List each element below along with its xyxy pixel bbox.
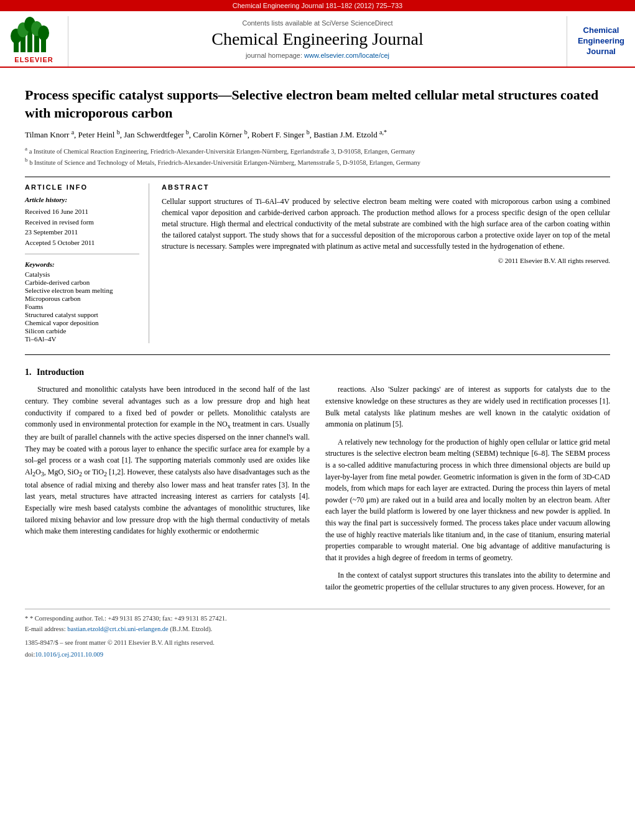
main-content-area: Process specific catalyst supports—Selec… xyxy=(0,68,635,670)
abstract-section-label: ABSTRACT xyxy=(162,183,610,191)
authors-text: Tilman Knorr a, Peter Heinl b, Jan Schwe… xyxy=(25,130,387,139)
svg-rect-3 xyxy=(34,34,39,52)
footnote-corresponding: * * Corresponding author. Tel.: +49 9131… xyxy=(25,614,610,624)
journal-right-text: Chemical Engineering Journal xyxy=(578,25,624,57)
abstract-col: ABSTRACT Cellular support structures of … xyxy=(162,183,610,344)
footnote-email-suffix: (B.J.M. Etzold). xyxy=(170,625,212,632)
keyword-microporous: Microporous carbon xyxy=(25,295,139,302)
contents-label: Contents lists available at SciVerse Sci… xyxy=(242,19,392,27)
revised-date: Received in revised form23 September 201… xyxy=(25,218,139,237)
authors-line: Tilman Knorr a, Peter Heinl b, Jan Schwe… xyxy=(25,128,610,139)
intro-body-cols: Structured and monolithic catalysts have… xyxy=(25,384,610,599)
homepage-url: www.elsevier.com/locate/cej xyxy=(304,52,389,59)
affiliation-b: b b Institute of Science and Technology … xyxy=(25,156,610,167)
article-info-section-label: ARTICLE INFO xyxy=(25,183,139,191)
keyword-cdc: Carbide-derived carbon xyxy=(25,279,139,286)
keyword-sic: Silicon carbide xyxy=(25,327,139,335)
copyright-text: © 2011 Elsevier B.V. All rights reserved… xyxy=(162,257,610,264)
header-divider xyxy=(25,177,610,177)
footnote-email-line: E-mail address: bastian.etzold@crt.cbi.u… xyxy=(25,625,610,634)
info-abstract-section: ARTICLE INFO Article history: Received 1… xyxy=(25,183,610,344)
intro-para-3: A relatively new technology for the prod… xyxy=(325,436,610,564)
intro-para-2: reactions. Also 'Sulzer packings' are of… xyxy=(325,384,610,430)
doi-line: doi:10.1016/j.cej.2011.10.009 xyxy=(25,651,610,658)
intro-right-col: reactions. Also 'Sulzer packings' are of… xyxy=(325,384,610,599)
article-info-col: ARTICLE INFO Article history: Received 1… xyxy=(25,183,149,344)
doi-label: doi: xyxy=(25,651,35,658)
footnote-corresponding-text: * Corresponding author. Tel.: +49 9131 8… xyxy=(30,615,227,622)
section-divider xyxy=(25,354,610,355)
issn-line: 1385-8947/$ – see front matter © 2011 El… xyxy=(25,639,610,646)
intro-heading: 1. Introduction xyxy=(25,367,610,377)
footnote-area: * * Corresponding author. Tel.: +49 9131… xyxy=(25,609,610,658)
intro-title: Introduction xyxy=(37,367,84,377)
svg-point-9 xyxy=(38,25,49,40)
keyword-structured: Structured catalyst support xyxy=(25,311,139,318)
affiliations: a a Institute of Chemical Reaction Engin… xyxy=(25,145,610,167)
keyword-sebm: Selective electron beam melting xyxy=(25,287,139,294)
keyword-foams: Foams xyxy=(25,303,139,310)
homepage-label: journal homepage: xyxy=(246,52,302,59)
journal-title: Chemical Engineering Journal xyxy=(211,29,424,49)
keyword-catalysis: Catalysis xyxy=(25,270,139,278)
article-title: Process specific catalyst supports—Selec… xyxy=(25,86,610,122)
keywords-label: Keywords: xyxy=(25,261,139,268)
journal-center-header: Contents lists available at SciVerse Sci… xyxy=(68,16,567,67)
sciverse-line: Contents lists available at SciVerse Sci… xyxy=(242,19,392,27)
journal-header: ELSEVIER Contents lists available at Sci… xyxy=(0,11,635,68)
journal-citation-bar: Chemical Engineering Journal 181–182 (20… xyxy=(0,0,635,11)
elsevier-brand-label: ELSEVIER xyxy=(14,56,53,63)
footnote-email-label: E-mail address: xyxy=(25,625,66,632)
elsevier-tree-icon xyxy=(11,16,57,53)
footnote-email: bastian.etzold@crt.cbi.uni-erlangen.de xyxy=(67,625,168,632)
footnote-star: * xyxy=(25,615,30,622)
doi-value: 10.1016/j.cej.2011.10.009 xyxy=(35,651,103,658)
keyword-ti6al4v: Ti–6Al–4V xyxy=(25,335,139,343)
journal-right-label: Chemical Engineering Journal xyxy=(567,16,635,67)
intro-left-col: Structured and monolithic catalysts have… xyxy=(25,384,310,599)
introduction-section: 1. Introduction Structured and monolithi… xyxy=(25,367,610,599)
affiliation-a: a a Institute of Chemical Reaction Engin… xyxy=(25,145,610,156)
received-date: Received 16 June 2011 xyxy=(25,207,139,216)
journal-citation-text: Chemical Engineering Journal 181–182 (20… xyxy=(233,2,402,9)
abstract-text: Cellular support structures of Ti–6Al–4V… xyxy=(162,196,610,252)
journal-homepage-line: journal homepage: www.elsevier.com/locat… xyxy=(246,52,389,59)
issn-text: 1385-8947/$ – see front matter © 2011 El… xyxy=(25,639,215,646)
article-history-label: Article history: xyxy=(25,196,139,203)
keyword-cvd: Chemical vapor deposition xyxy=(25,319,139,326)
intro-number: 1. xyxy=(25,367,32,377)
intro-para-1: Structured and monolithic catalysts have… xyxy=(25,384,310,537)
elsevier-logo-area: ELSEVIER xyxy=(0,16,68,67)
intro-para-4: In the context of catalyst support struc… xyxy=(325,570,610,593)
accepted-date: Accepted 5 October 2011 xyxy=(25,238,139,247)
